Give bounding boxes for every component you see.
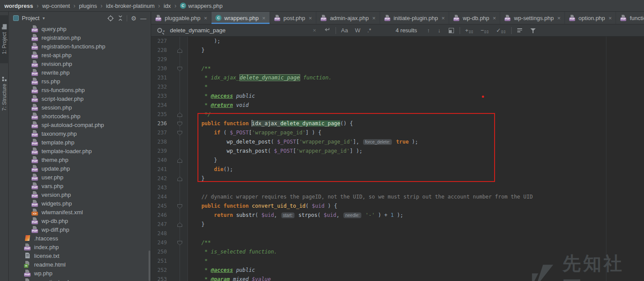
tree-item[interactable]: update.php [9, 164, 151, 173]
fold-marker-icon[interactable] [177, 158, 182, 163]
tree-item[interactable]: session.php [9, 103, 151, 112]
tab-wp-settings-php[interactable]: wp-settings.php× [500, 12, 565, 24]
tree-item[interactable]: spl-autoload-compat.php [9, 120, 151, 129]
breadcrumb-item[interactable]: idx [164, 3, 171, 9]
code-line[interactable]: 228 } [151, 46, 644, 55]
close-tab-icon[interactable]: × [309, 15, 312, 21]
open-in-find-window-icon[interactable] [449, 28, 454, 33]
multiline-search-icon[interactable] [517, 28, 522, 32]
fold-marker-icon[interactable] [177, 223, 182, 227]
previous-occurrence-icon[interactable]: ↑ [427, 27, 430, 34]
fold-marker-icon[interactable] [177, 131, 182, 135]
code-line[interactable]: 247 } [151, 220, 644, 229]
code-line[interactable]: 232 * [151, 82, 644, 92]
match-case-toggle[interactable]: Aa [341, 27, 348, 34]
close-tab-icon[interactable]: × [557, 15, 561, 21]
tab-pluggable-php[interactable]: pluggable.php× [151, 12, 211, 24]
tree-item[interactable]: user.php [9, 173, 151, 182]
code-line[interactable]: 245 public function convert_uid_to_id( $… [151, 202, 644, 211]
close-tab-icon[interactable]: × [204, 15, 208, 21]
close-tab-icon[interactable]: × [609, 15, 612, 21]
tab-wrappers-php[interactable]: Cwrappers.php× [211, 12, 270, 24]
tree-item[interactable]: query.php [9, 24, 151, 33]
tree-item[interactable]: script-loader.php [9, 94, 151, 103]
tree-item[interactable]: rewrite.php [9, 68, 151, 77]
code-line[interactable]: 243 [151, 183, 644, 192]
tree-item[interactable]: .htaccess [9, 234, 151, 243]
fold-marker-icon[interactable] [177, 177, 182, 181]
fold-marker-icon[interactable] [177, 241, 182, 245]
whole-words-toggle[interactable]: W [355, 27, 360, 34]
code-line[interactable]: 246 return substr( $uid, start: strpos( … [151, 211, 644, 220]
add-occurrence-icon[interactable]: +▯▯ [465, 27, 474, 34]
tree-item[interactable]: vars.php [9, 182, 151, 190]
breadcrumb-item[interactable]: plugins [79, 3, 97, 9]
next-occurrence-icon[interactable]: ↓ [438, 27, 441, 34]
tree-item[interactable]: registration-functions.php [9, 42, 151, 51]
tree-item[interactable]: index.php [9, 243, 151, 251]
locate-file-icon[interactable] [106, 14, 115, 22]
breadcrumb-item[interactable]: wordpress [4, 3, 33, 9]
tab-admin-ajax-php[interactable]: admin-ajax.php× [316, 12, 380, 24]
breadcrumb-item[interactable]: idx-broker-platinum [106, 3, 155, 9]
tree-scrollbar-thumb[interactable] [149, 250, 150, 281]
breadcrumb-item[interactable]: wp-content [42, 3, 70, 9]
insert-newline-icon[interactable] [324, 27, 330, 34]
search-filter-icon[interactable] [530, 28, 536, 33]
code-line[interactable]: 234 * @return void [151, 101, 644, 110]
search-input[interactable]: delete_dynamic_page [170, 27, 309, 34]
tree-item[interactable]: widgets.php [9, 199, 151, 208]
panel-title[interactable]: Project [22, 15, 39, 21]
tree-item[interactable]: rss-functions.php [9, 86, 151, 94]
tree-item[interactable]: shortcodes.php [9, 112, 151, 120]
search-icon[interactable] [157, 28, 162, 33]
close-tab-icon[interactable]: × [493, 15, 496, 21]
close-tab-icon[interactable]: × [442, 15, 445, 21]
clear-search-icon[interactable]: × [313, 27, 316, 34]
code-line[interactable]: 233 * @access public [151, 92, 644, 101]
fold-marker-icon[interactable] [177, 48, 182, 53]
tree-item[interactable]: license.txt [9, 251, 151, 260]
tree-item[interactable]: wp.php [9, 269, 151, 278]
fold-marker-icon[interactable] [177, 204, 182, 209]
tab-option-php[interactable]: option.php× [565, 12, 616, 24]
collapse-all-icon[interactable] [115, 14, 125, 22]
code-line[interactable]: 231 * idx_ajax_delete_dynamic_page funct… [151, 73, 644, 82]
stripe-button----project[interactable]: 1: Project [0, 15, 9, 63]
fold-marker-icon[interactable] [177, 113, 182, 117]
tree-item[interactable]: theme.php [9, 155, 151, 164]
tab-functions-php[interactable]: functions.php× [616, 12, 644, 24]
regex-toggle[interactable]: .* [367, 27, 371, 34]
tree-item[interactable]: revision.php [9, 59, 151, 68]
code-line[interactable]: 227 ); [151, 37, 644, 46]
fold-marker-icon[interactable] [177, 122, 182, 126]
code-line[interactable]: 244 // dynamic wrapper requires the page… [151, 192, 644, 202]
code-line[interactable]: 230 /** [151, 64, 644, 73]
tree-item[interactable]: wp-diff.php [9, 225, 151, 234]
remove-occurrence-icon[interactable]: −▯▯ [481, 27, 489, 34]
tree-item[interactable]: version.php [9, 190, 151, 199]
tree-item[interactable]: template-loader.php [9, 147, 151, 155]
tree-item[interactable]: wp-activate.php [9, 278, 151, 281]
close-tab-icon[interactable]: × [372, 15, 376, 21]
tree-item[interactable]: taxonomy.php [9, 129, 151, 138]
tree-item[interactable]: rss.php [9, 77, 151, 86]
code-line[interactable]: 229 [151, 55, 644, 64]
code-line[interactable]: 249 /** [151, 238, 644, 247]
close-tab-icon[interactable]: × [262, 15, 266, 21]
tree-item[interactable]: template.php [9, 138, 151, 147]
hide-panel-icon[interactable]: — [138, 14, 148, 22]
code-line[interactable]: 248 [151, 229, 644, 238]
tree-item[interactable]: wp-db.php [9, 216, 151, 225]
code-editor[interactable]: 227 );228 }229230 /**231 * idx_ajax_dele… [151, 37, 644, 281]
tab-initiate-plugin-php[interactable]: initiate-plugin.php× [380, 12, 450, 24]
settings-gear-icon[interactable]: ⚙ [129, 14, 138, 22]
search-history-chevron-icon[interactable]: ▾ [163, 29, 165, 33]
select-all-occurrences-icon[interactable]: ✓▯▯ [496, 27, 506, 34]
chevron-down-icon[interactable]: ▾ [42, 16, 45, 21]
tree-item[interactable]: wlwmanifest.xml [9, 208, 151, 216]
stripe-button----structure[interactable]: 7: Structure [0, 68, 9, 120]
fold-marker-icon[interactable] [177, 67, 182, 71]
tree-item[interactable]: readme.html [9, 260, 151, 269]
tab-post-php[interactable]: post.php× [270, 12, 316, 24]
